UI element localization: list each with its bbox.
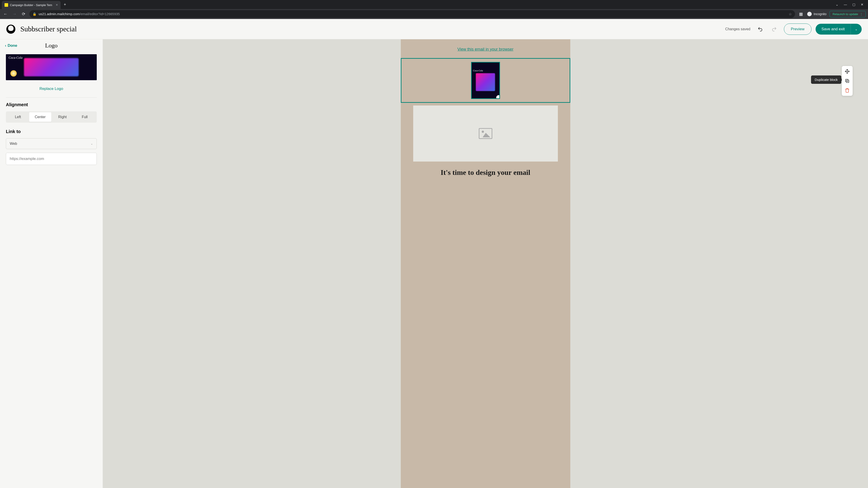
tabs-dropdown-icon[interactable]: ⌄ — [836, 3, 838, 6]
duplicate-tooltip: Duplicate block — [811, 75, 841, 84]
campaign-name[interactable]: Subbscriber special — [20, 25, 77, 33]
mailchimp-favicon — [4, 3, 8, 7]
extensions-icon[interactable]: ▦ — [798, 11, 804, 17]
duplicate-block-button[interactable] — [844, 77, 851, 85]
preview-button[interactable]: Preview — [784, 24, 811, 35]
url-host: us21.admin.mailchimp.com — [39, 12, 80, 16]
maximize-icon[interactable]: ▢ — [852, 3, 855, 6]
image-placeholder-icon — [479, 128, 492, 139]
delete-block-button[interactable] — [844, 87, 851, 94]
minimize-icon[interactable]: — — [844, 3, 847, 6]
alignment-control: Left Center Right Full — [6, 111, 97, 123]
window-controls: ⌄ — ▢ ✕ — [836, 3, 868, 6]
incognito-icon — [807, 12, 812, 16]
url-bar[interactable]: 🔒 us21.admin.mailchimp.com/email/editor?… — [29, 10, 795, 18]
relaunch-button[interactable]: Relaunch to update ⋮ — [830, 11, 866, 18]
forward-icon[interactable]: → — [11, 11, 18, 17]
redo-button[interactable] — [770, 25, 778, 33]
incognito-badge: Incognito — [807, 12, 827, 16]
close-window-icon[interactable]: ✕ — [861, 3, 864, 6]
undo-button[interactable] — [756, 25, 765, 33]
sidebar: ‹ Done Logo Coca-Cola Replace Logo Align… — [0, 39, 103, 488]
save-exit-button[interactable]: Save and exit — [815, 24, 850, 35]
linkto-url-input[interactable] — [6, 153, 97, 165]
new-tab-button[interactable]: + — [64, 2, 66, 7]
email-body: View this email in your browser Coca-Col… — [401, 39, 570, 488]
back-icon[interactable]: ← — [2, 11, 8, 17]
tab-strip: Campaign Builder - Sample Tem × + ⌄ — ▢ … — [0, 0, 868, 9]
save-dropdown-button[interactable]: ⌄ — [850, 24, 862, 35]
alignment-label: Alignment — [6, 102, 97, 107]
align-full[interactable]: Full — [74, 112, 96, 122]
view-in-browser-link[interactable]: View this email in your browser — [401, 47, 570, 52]
chevron-left-icon: ‹ — [5, 43, 6, 48]
align-right[interactable]: Right — [51, 112, 74, 122]
url-path: /email/editor?id=12665935 — [80, 12, 120, 16]
logo-preview[interactable]: Coca-Cola — [6, 54, 97, 80]
hero-heading[interactable]: It's time to design your email — [401, 168, 570, 177]
mailchimp-logo[interactable] — [6, 25, 16, 34]
align-center[interactable]: Center — [29, 112, 52, 122]
close-tab-icon[interactable]: × — [56, 3, 58, 7]
align-left[interactable]: Left — [7, 112, 29, 122]
replace-logo-link[interactable]: Replace Logo — [6, 87, 97, 91]
divider — [6, 97, 97, 98]
reload-icon[interactable]: ⟳ — [20, 11, 27, 17]
linkto-select[interactable]: Web ⌄ — [6, 138, 97, 149]
kebab-icon: ⋮ — [860, 12, 863, 16]
chevron-down-icon: ⌄ — [91, 142, 93, 145]
app-header: Subbscriber special Changes saved Previe… — [0, 19, 868, 39]
logo-image[interactable]: Coca-Cola — [471, 62, 500, 99]
image-placeholder-block[interactable] — [413, 105, 558, 162]
tab-title: Campaign Builder - Sample Tem — [10, 3, 54, 7]
canvas[interactable]: View this email in your browser Coca-Col… — [103, 39, 868, 488]
block-toolbar — [842, 66, 852, 96]
move-block-button[interactable] — [844, 68, 851, 75]
lock-icon: 🔒 — [33, 12, 36, 16]
resize-handle[interactable] — [496, 95, 500, 99]
logo-block-selected[interactable]: Coca-Cola — [401, 58, 570, 103]
browser-tab[interactable]: Campaign Builder - Sample Tem × — [2, 1, 61, 9]
done-button[interactable]: ‹ Done — [5, 43, 17, 48]
nav-bar: ← → ⟳ 🔒 us21.admin.mailchimp.com/email/e… — [0, 9, 868, 19]
bookmark-star-icon[interactable]: ☆ — [789, 12, 792, 16]
sidebar-title: Logo — [45, 42, 58, 49]
linkto-label: Link to — [6, 129, 97, 134]
save-status: Changes saved — [725, 27, 750, 31]
